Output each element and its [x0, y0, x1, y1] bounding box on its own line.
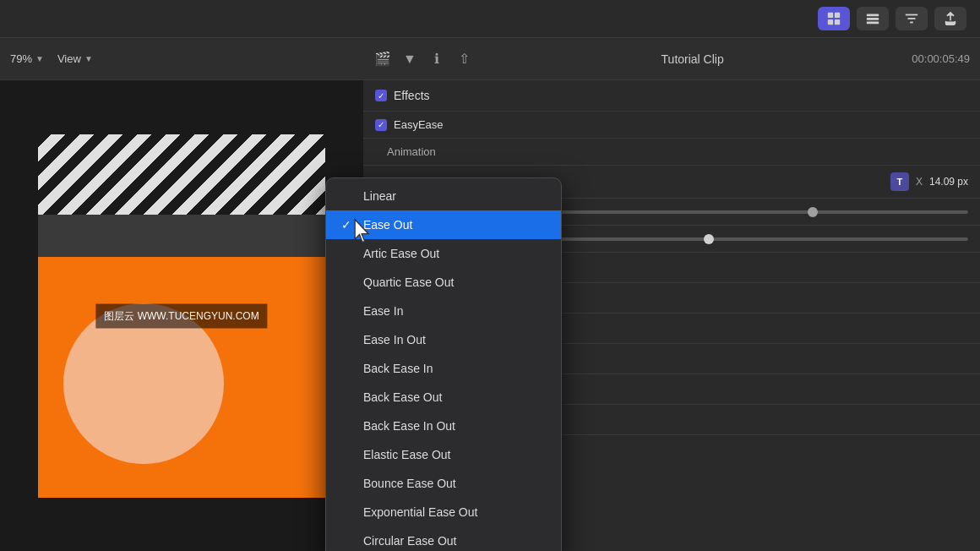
zoom-arrow-icon: ▼	[35, 54, 44, 63]
scale-thumb[interactable]	[704, 234, 714, 244]
zoom-level: 79%	[10, 52, 32, 65]
dropdown-item-circular-ease-out[interactable]: Circular Ease Out	[326, 526, 561, 551]
dropdown-item-bounce-ease-out[interactable]: Bounce Ease Out	[326, 469, 561, 498]
ease-out-label: Ease Out	[363, 218, 412, 232]
linear-label: Linear	[363, 189, 396, 203]
header-bar: 🎬 ▼ ℹ ⇧ Tutorial Clip 00:00:05:49	[363, 38, 980, 80]
info-icon: ℹ	[427, 50, 446, 68]
zoom-view-bar: 79% ▼ View ▼	[0, 38, 363, 80]
elastic-ease-out-label: Elastic Ease Out	[363, 448, 451, 461]
ease-in-label: Ease In	[363, 304, 403, 318]
artic-ease-out-label: Artic Ease Out	[363, 247, 439, 260]
filter-button[interactable]	[896, 7, 928, 30]
dropdown-item-elastic-ease-out[interactable]: Elastic Ease Out	[326, 440, 561, 469]
bounce-ease-out-label: Bounce Ease Out	[363, 477, 456, 490]
svg-rect-5	[867, 18, 879, 20]
svg-rect-1	[835, 13, 840, 18]
dropdown-item-linear[interactable]: Linear	[326, 182, 561, 210]
animation-row: Animation	[363, 139, 980, 166]
dropdown-item-ease-in-out[interactable]: Ease In Out	[326, 325, 561, 354]
grid-view-button[interactable]	[818, 7, 850, 30]
exponential-ease-out-label: Exponential Ease Out	[363, 505, 477, 519]
animation-label: Animation	[387, 145, 436, 158]
svg-rect-6	[867, 22, 879, 25]
view-label: View	[57, 52, 81, 65]
timecode: 00:00:05:49	[912, 52, 970, 65]
top-toolbar	[0, 0, 980, 38]
video-preview: 图层云 WWW.TUCENGYUN.COM	[0, 80, 363, 551]
clap-body-top	[38, 215, 325, 257]
effects-checkbox[interactable]	[375, 90, 387, 101]
svg-rect-0	[828, 13, 833, 18]
clip-title: Tutorial Clip	[482, 52, 903, 66]
film-icon: 🎬	[373, 50, 392, 68]
quartic-ease-out-label: Quartic Ease Out	[363, 276, 454, 289]
list-view-button[interactable]	[857, 7, 889, 30]
back-ease-in-label: Back Ease In	[363, 362, 433, 375]
svg-rect-3	[835, 19, 840, 25]
circular-ease-out-label: Circular Ease Out	[363, 534, 456, 548]
dropdown-item-back-ease-out[interactable]: Back Ease Out	[326, 383, 561, 412]
position-value: 14.09 px	[929, 176, 968, 188]
rotation-thumb[interactable]	[808, 207, 818, 217]
ease-out-check-icon: ✓	[341, 218, 355, 232]
watermark: 图层云 WWW.TUCENGYUN.COM	[95, 303, 267, 328]
upload-icon: ⇧	[455, 50, 473, 68]
dropdown-item-ease-out[interactable]: ✓ Ease Out	[326, 210, 561, 239]
share-button[interactable]	[934, 7, 966, 30]
easyease-checkbox[interactable]	[375, 119, 387, 131]
back-ease-out-label: Back Ease Out	[363, 390, 442, 404]
back-ease-in-out-label: Back Ease In Out	[363, 419, 455, 433]
ease-in-out-label: Ease In Out	[363, 333, 426, 346]
dropdown-item-back-ease-in[interactable]: Back Ease In	[326, 354, 561, 383]
dropdown-item-exponential-ease-out[interactable]: Exponential Ease Out	[326, 498, 561, 526]
clap-top	[38, 134, 325, 219]
easyease-label: EasyEase	[394, 118, 444, 131]
position-axis: X	[916, 176, 923, 188]
view-arrow-icon: ▼	[84, 54, 93, 63]
svg-rect-2	[828, 19, 833, 25]
svg-rect-4	[867, 14, 879, 17]
effects-section-header: Effects	[363, 80, 980, 112]
dropdown-item-artic-ease-out[interactable]: Artic Ease Out	[326, 239, 561, 268]
watermark-text: 图层云 WWW.TUCENGYUN.COM	[104, 309, 259, 321]
effects-title: Effects	[394, 89, 430, 102]
dropdown-item-ease-in[interactable]: Ease In	[326, 297, 561, 325]
ease-dropdown-menu: Linear ✓ Ease Out Artic Ease Out Quartic…	[325, 177, 562, 551]
easyease-row[interactable]: EasyEase	[363, 112, 980, 139]
zoom-selector[interactable]: 79% ▼	[10, 52, 44, 65]
text-transform-icon: T	[890, 172, 909, 191]
funnel-icon: ▼	[400, 50, 419, 68]
view-selector[interactable]: View ▼	[57, 52, 93, 65]
dropdown-item-back-ease-in-out[interactable]: Back Ease In Out	[326, 412, 561, 440]
dropdown-item-quartic-ease-out[interactable]: Quartic Ease Out	[326, 268, 561, 297]
